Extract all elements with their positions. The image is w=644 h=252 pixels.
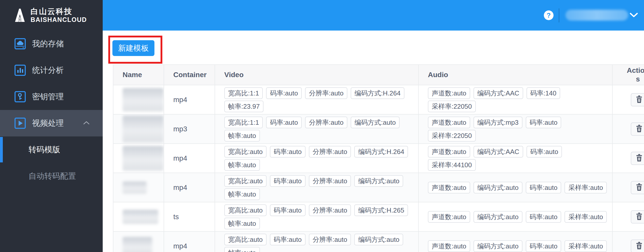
bar-chart-icon [14,64,26,76]
redacted-name-blur [123,88,164,111]
trash-icon [635,95,643,104]
param-tag: 采样率:auto [564,211,607,223]
delete-button[interactable] [631,181,644,194]
cell-actions [613,144,644,173]
table-row: mp4 宽高比:1:1码率:auto分辨率:auto编码方式:H.264帧率:2… [113,85,644,115]
column-header-video: Video [215,65,419,85]
param-tag: 声道数:auto [428,182,470,193]
table-row: ts 宽高比:auto码率:auto分辨率:auto编码方式:H.265帧率:a… [113,202,644,232]
redacted-name-blur [123,181,147,194]
cell-actions [613,202,644,232]
new-template-button[interactable]: 新建模板 [112,40,154,56]
sidebar-item-label: 视频处理 [32,118,64,129]
brand-logo[interactable]: 白山云科技 BAISHANCLOUD [0,0,103,31]
cell-container: mp4 [164,144,215,173]
user-dropdown[interactable] [557,0,644,31]
param-tag: 帧率:auto [224,247,260,252]
param-tag: 宽高比:auto [224,204,267,216]
cell-name [113,202,164,232]
param-tag: 分辨率:auto [305,117,347,128]
param-tag: 采样率:44100 [428,159,476,171]
cell-video-params: 宽高比:1:1码率:auto分辨率:auto编码方式:auto帧率:auto [215,115,419,144]
cell-audio-params: 声道数:auto编码方式:auto码率:auto采样率:auto [419,232,613,252]
container-value: mp4 [173,154,187,162]
cell-video-params: 宽高比:auto码率:auto分辨率:auto编码方式:auto帧率:auto [215,173,419,202]
cell-name [113,144,164,173]
column-header-container: Container [164,65,215,85]
redacted-name-blur [123,116,164,143]
param-tag: 码率:auto [270,146,306,158]
cell-name [113,173,164,202]
cell-name [113,115,164,144]
sidebar-subitem-auto-transcode-config[interactable]: 自动转码配置 [0,163,103,189]
cell-container: mp4 [164,232,215,252]
sidebar-subitem-label: 转码模版 [29,144,60,155]
container-value: mp3 [173,125,187,133]
cell-name [113,85,164,115]
redacted-name-blur [123,146,164,171]
sidebar-item-my-storage[interactable]: 我的存储 [0,31,103,57]
sidebar-item-label: 我的存储 [32,38,64,49]
param-tag: 帧率:auto [224,130,260,142]
column-header-audio: Audio [419,65,613,85]
container-value: mp4 [173,96,187,104]
sidebar-item-label: 密钥管理 [32,91,64,102]
param-tag: 声道数:auto [428,240,470,252]
param-tag: 宽高比:auto [224,175,267,187]
table-row: mp4 宽高比:auto码率:auto分辨率:auto编码方式:auto帧率:a… [113,232,644,252]
param-tag: 码率:auto [266,87,302,99]
cell-audio-params: 声道数:auto编码方式:auto码率:auto采样率:auto [419,173,613,202]
param-tag: 宽高比:1:1 [224,87,263,99]
topbar: ? [103,0,644,31]
baishan-logo-icon [13,7,27,24]
sidebar-item-key-management[interactable]: 密钥管理 [0,83,103,110]
table-row: mp4 宽高比:auto码率:auto分辨率:auto编码方式:H.264帧率:… [113,144,644,173]
param-tag: 码率:auto [270,175,306,187]
cell-audio-params: 声道数:auto编码方式:auto码率:auto采样率:auto [419,202,613,232]
delete-button[interactable] [631,122,644,136]
container-value: ts [173,213,179,221]
sidebar-menu: 我的存储 统计分析 [0,31,103,189]
sidebar-item-label: 统计分析 [32,65,64,76]
storage-drive-icon [14,38,26,50]
param-tag: 声道数:auto [428,211,470,223]
trash-icon [635,212,643,221]
cell-video-params: 宽高比:1:1码率:auto分辨率:auto编码方式:H.264帧率:23.97 [215,85,419,115]
sidebar-item-statistics[interactable]: 统计分析 [0,57,103,83]
trash-icon [635,154,643,163]
param-tag: 帧率:auto [224,188,260,200]
table-header: Name Container Video Audio Actions [113,65,644,85]
help-icon[interactable]: ? [544,10,554,20]
delete-button[interactable] [631,152,644,165]
cell-container: mp4 [164,85,215,115]
param-tag: 编码方式:H.264 [351,87,404,99]
column-header-actions: Actions [613,65,644,85]
table-row: mp4 宽高比:auto码率:auto分辨率:auto编码方式:auto帧率:a… [113,173,644,202]
param-tag: 编码方式:auto [474,182,522,193]
sidebar-subitem-transcode-template[interactable]: 转码模版 [0,136,103,163]
param-tag: 码率:auto [526,117,561,128]
table-body: mp4 宽高比:1:1码率:auto分辨率:auto编码方式:H.264帧率:2… [113,85,644,252]
redacted-name-blur [123,210,158,224]
param-tag: 声道数:auto [428,146,470,158]
param-tag: 码率:auto [526,211,561,223]
table-row: mp3 宽高比:1:1码率:auto分辨率:auto编码方式:auto帧率:au… [113,115,644,144]
cell-name [113,232,164,252]
delete-button[interactable] [631,93,644,106]
param-tag: 编码方式:mp3 [474,117,522,128]
param-tag: 声道数:auto [428,87,470,99]
trash-icon [635,183,643,192]
key-icon [14,91,26,103]
param-tag: 码率:auto [266,117,302,128]
param-tag: 编码方式:auto [351,117,400,128]
delete-button[interactable] [631,210,644,223]
param-tag: 码率:auto [526,240,561,252]
cell-video-params: 宽高比:auto码率:auto分辨率:auto编码方式:H.265帧率:auto [215,202,419,232]
sidebar-item-video-processing[interactable]: 视频处理 [0,110,103,136]
cell-video-params: 宽高比:auto码率:auto分辨率:auto编码方式:H.264帧率:auto [215,144,419,173]
param-tag: 分辨率:auto [309,175,351,187]
column-header-name: Name [113,65,164,85]
redacted-name-blur [123,237,152,252]
container-value: mp4 [173,184,187,192]
delete-button[interactable] [631,240,644,252]
